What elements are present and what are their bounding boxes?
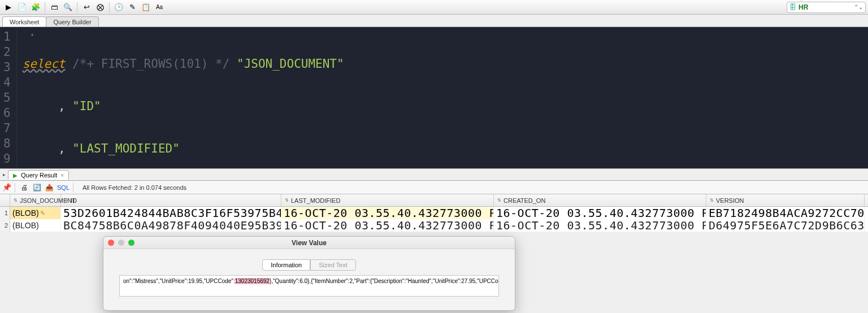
sql-editor[interactable]: 1 2 3 4 5 6 7 8 9 ▾ select /*+ FIRST_ROW… bbox=[0, 27, 868, 168]
view-value-dialog: View Value Information Sized Text on":"M… bbox=[103, 236, 515, 311]
run-icon[interactable]: ▶ bbox=[2, 2, 15, 13]
database-icon: 🗄 bbox=[789, 3, 796, 11]
text-case-icon[interactable]: Aa bbox=[153, 2, 166, 13]
dbms-output-icon[interactable]: 🕒 bbox=[112, 2, 125, 13]
sort-icon[interactable]: ⇅ bbox=[710, 198, 714, 203]
result-toolbar: 📌 🖨 🔄 📤 SQL All Rows Fetched: 2 in 0.074… bbox=[0, 181, 868, 194]
main-toolbar: ▶ 📄 🧩 🗃 🔍 ↩ ⨂ 🕒 ✎ 📋 Aa 🗄 HR ⌃⌄ bbox=[0, 0, 868, 15]
explain-plan-icon[interactable]: 🧩 bbox=[29, 2, 42, 13]
results-panel: ▸ ▶ Query Result × 📌 🖨 🔄 📤 SQL All Rows … bbox=[0, 168, 868, 232]
line-gutter: 1 2 3 4 5 6 7 8 9 bbox=[0, 27, 17, 168]
sort-icon[interactable]: ⇅ bbox=[285, 198, 289, 203]
export-icon[interactable]: 📤 bbox=[44, 182, 55, 193]
sort-icon[interactable]: ⇅ bbox=[497, 198, 501, 203]
blob-cell[interactable]: (BLOB)✎ bbox=[10, 207, 61, 219]
rollback-icon[interactable]: ↩ bbox=[80, 2, 93, 13]
result-grid[interactable]: ⇅JSON_DOCUMENT ⇅ID ⇅LAST_MODIFIED ⇅CREAT… bbox=[0, 194, 868, 232]
cancel-icon[interactable]: ⨂ bbox=[94, 2, 106, 13]
clear-icon[interactable]: ✎ bbox=[126, 2, 138, 13]
code-area[interactable]: select /*+ FIRST_ROWS(101) */ "JSON_DOCU… bbox=[17, 27, 868, 168]
worksheet-tabs: Worksheet Query Builder bbox=[0, 15, 868, 27]
separator bbox=[45, 2, 45, 12]
schema-label: HR bbox=[798, 3, 852, 11]
table-row[interactable]: 2 (BLOB) BC84758B6C0A49878F4094040E95B39… bbox=[0, 219, 868, 232]
dialog-tabs: Information Sized Text bbox=[119, 259, 499, 271]
edit-blob-icon[interactable]: ✎ bbox=[40, 210, 45, 217]
tab-sized-text[interactable]: Sized Text bbox=[310, 259, 356, 271]
run-status-icon: ▶ bbox=[13, 172, 18, 179]
schema-picker[interactable]: 🗄 HR ⌃⌄ bbox=[787, 2, 866, 13]
collapse-icon[interactable]: ▸ bbox=[0, 172, 8, 177]
separator bbox=[77, 2, 77, 12]
pin-icon[interactable]: 📌 bbox=[2, 183, 11, 192]
search-match: 13023015692 bbox=[235, 278, 270, 284]
tab-query-result[interactable]: ▶ Query Result × bbox=[8, 170, 69, 180]
status-text: All Rows Fetched: 2 in 0.074 seconds bbox=[83, 184, 186, 191]
chevron-updown-icon: ⌃⌄ bbox=[854, 4, 863, 10]
close-icon[interactable]: × bbox=[60, 172, 64, 179]
grid-header: ⇅JSON_DOCUMENT ⇅ID ⇅LAST_MODIFIED ⇅CREAT… bbox=[0, 194, 868, 207]
blob-cell[interactable]: (BLOB) bbox=[10, 219, 61, 232]
sort-icon[interactable]: ⇅ bbox=[64, 198, 68, 203]
separator bbox=[109, 2, 110, 12]
result-tab-label: Query Result bbox=[21, 172, 57, 179]
tab-information[interactable]: Information bbox=[262, 259, 310, 271]
value-textarea[interactable]: on":"Mistress","UnitPrice":19.95,"UPCCod… bbox=[119, 275, 499, 297]
refresh-icon[interactable]: 🔄 bbox=[31, 182, 42, 193]
sort-icon[interactable]: ⇅ bbox=[14, 198, 18, 203]
fold-icon[interactable]: ▾ bbox=[31, 32, 34, 38]
dialog-titlebar[interactable]: View Value bbox=[103, 237, 515, 249]
autotrace-icon[interactable]: 🔍 bbox=[62, 2, 74, 13]
dialog-title: View Value bbox=[103, 239, 515, 247]
print-icon[interactable]: 🖨 bbox=[19, 182, 30, 193]
table-row[interactable]: 1 (BLOB)✎ 53D2601B424844BAB8C3F16F53975B… bbox=[0, 207, 868, 219]
sql-link[interactable]: SQL bbox=[57, 184, 70, 191]
sql-history-icon[interactable]: 📋 bbox=[140, 2, 152, 13]
commit-icon[interactable]: 🗃 bbox=[48, 2, 60, 13]
run-script-icon[interactable]: 📄 bbox=[16, 2, 28, 13]
tab-query-builder[interactable]: Query Builder bbox=[46, 16, 98, 27]
tab-worksheet[interactable]: Worksheet bbox=[2, 16, 46, 27]
